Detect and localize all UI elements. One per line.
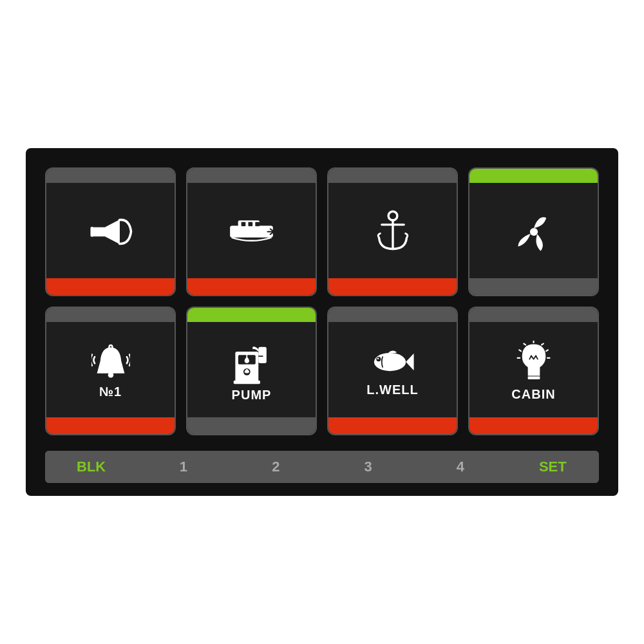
fan-icon-area	[469, 183, 598, 278]
svg-rect-21	[527, 376, 540, 379]
lwell-top-bar	[328, 308, 457, 322]
svg-rect-15	[234, 380, 260, 383]
svg-line-23	[524, 343, 526, 345]
horn-top-bar	[46, 169, 175, 183]
lwell-label: L.WELL	[366, 383, 418, 397]
boat-button[interactable]	[186, 167, 317, 296]
svg-point-10	[108, 372, 113, 378]
svg-rect-5	[255, 222, 260, 226]
nav-2[interactable]: 2	[230, 451, 322, 483]
anchor-icon	[374, 210, 412, 254]
fan-icon	[511, 209, 556, 254]
alarm-top-bar	[46, 308, 175, 322]
anchor-icon-area	[328, 183, 457, 278]
horn-bottom-bar	[46, 278, 175, 295]
boat-top-bar	[187, 169, 316, 183]
anchor-bottom-bar	[328, 278, 457, 295]
alarm-button[interactable]: №1	[45, 307, 176, 435]
svg-line-25	[519, 350, 521, 351]
nav-set[interactable]: SET	[507, 451, 599, 483]
svg-point-17	[374, 353, 406, 371]
cabin-label: CABIN	[511, 387, 555, 402]
nav-1[interactable]: 1	[137, 451, 229, 483]
pump-button[interactable]: PUMP	[186, 307, 317, 435]
boat-icon	[227, 214, 276, 250]
svg-line-24	[542, 343, 544, 345]
svg-point-19	[377, 357, 379, 359]
main-panel: №1	[26, 148, 618, 496]
nav-3[interactable]: 3	[322, 451, 414, 483]
svg-rect-0	[90, 227, 93, 236]
cabin-icon-area: CABIN	[469, 322, 598, 417]
svg-rect-20	[527, 373, 540, 375]
anchor-button[interactable]	[327, 167, 458, 296]
svg-point-9	[529, 228, 537, 236]
fish-icon	[368, 345, 417, 380]
bulb-icon	[515, 341, 553, 384]
button-grid: №1	[45, 167, 599, 435]
cabin-button[interactable]: CABIN	[468, 307, 599, 435]
lwell-bottom-bar	[328, 417, 457, 434]
boat-bottom-bar	[187, 278, 316, 295]
nav-blk[interactable]: BLK	[45, 451, 137, 483]
bell-icon	[91, 343, 130, 382]
svg-rect-13	[258, 346, 267, 363]
svg-rect-3	[242, 222, 246, 226]
horn-icon	[88, 215, 134, 249]
fan-button[interactable]	[468, 167, 599, 296]
cabin-bottom-bar	[469, 417, 598, 434]
horn-button[interactable]	[45, 167, 176, 296]
anchor-top-bar	[328, 169, 457, 183]
pump-icon	[231, 340, 272, 385]
fan-top-bar	[469, 169, 598, 183]
lwell-button[interactable]: L.WELL	[327, 307, 458, 435]
pump-bottom-bar	[187, 417, 316, 434]
svg-rect-4	[249, 222, 253, 226]
alarm-bottom-bar	[46, 417, 175, 434]
pump-label: PUMP	[232, 388, 272, 402]
cabin-top-bar	[469, 308, 598, 322]
alarm-icon-area: №1	[46, 322, 175, 417]
fan-bottom-bar	[469, 278, 598, 295]
boat-icon-area	[187, 183, 316, 278]
horn-icon-area	[46, 183, 175, 278]
pump-icon-area: PUMP	[187, 322, 316, 417]
svg-line-26	[546, 350, 548, 351]
alarm-label: №1	[99, 384, 122, 399]
lwell-icon-area: L.WELL	[328, 322, 457, 417]
bottom-nav: BLK 1 2 3 4 SET	[45, 451, 599, 483]
pump-top-bar	[187, 308, 316, 322]
nav-4[interactable]: 4	[414, 451, 506, 483]
svg-point-6	[388, 211, 397, 220]
